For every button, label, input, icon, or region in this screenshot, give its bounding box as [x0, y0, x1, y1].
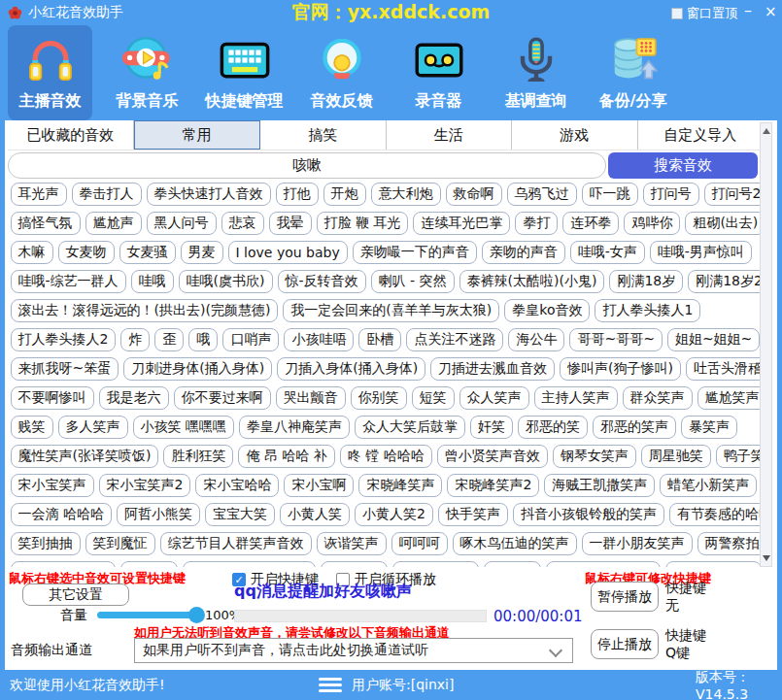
tab-item-4[interactable]: 游戏: [512, 120, 638, 150]
sound-button[interactable]: 悲哀: [221, 212, 264, 235]
tab-item-0[interactable]: 已收藏的音效: [8, 120, 134, 150]
sound-button[interactable]: 曾小贤笑声音效: [437, 445, 548, 468]
sound-button[interactable]: 哇哦-男声惊叫: [650, 241, 752, 264]
sound-button[interactable]: I love you baby: [228, 241, 348, 264]
sound-button[interactable]: 钢琴女笑声: [553, 445, 636, 468]
sound-button[interactable]: 宋晓峰笑声: [358, 474, 442, 497]
sound-button[interactable]: 周星驰笑: [641, 445, 711, 468]
sound-button[interactable]: 胜利狂笑: [163, 445, 233, 468]
sound-button[interactable]: 吓一跳: [582, 183, 638, 206]
sound-button[interactable]: 喇叭 - 突然: [371, 270, 455, 293]
tab-item-2[interactable]: 搞笑: [260, 120, 387, 150]
sound-button[interactable]: 一会滴 哈哈哈: [11, 503, 112, 526]
sound-button[interactable]: 我晕: [269, 212, 312, 235]
pause-button[interactable]: 暂停播放: [591, 582, 659, 612]
tab-item-1[interactable]: 常用: [134, 120, 261, 150]
sound-button[interactable]: 拳皇八神庵笑声: [239, 416, 350, 439]
sound-button[interactable]: 泰裤辣(太酷啦)(小鬼): [459, 270, 605, 293]
toolbar-item-backup-database[interactable]: 备份/分享: [591, 25, 675, 120]
sound-button[interactable]: 姐姐~姐姐~: [667, 328, 760, 351]
sound-button[interactable]: 啄木鸟伍迪的笑声: [453, 532, 577, 555]
sound-button[interactable]: 小黄人笑: [280, 503, 350, 526]
sound-button[interactable]: 耳光声: [11, 183, 67, 206]
sound-button[interactable]: 刀刺进身体(捅入身体): [123, 357, 272, 381]
sound-button[interactable]: 邪恶的笑: [518, 416, 588, 439]
toolbar-item-feedback-bowl[interactable]: 音效反馈: [299, 25, 384, 120]
menu-icon[interactable]: [319, 678, 342, 692]
sound-button[interactable]: 呵呵呵: [391, 532, 448, 555]
sound-button[interactable]: 奸笑: [470, 416, 513, 439]
sound-button[interactable]: 点关注不迷路: [406, 328, 503, 351]
sound-button[interactable]: 综艺节目人群笑声音效: [160, 532, 312, 555]
sound-button[interactable]: 打脸 鞭 耳光: [317, 212, 409, 235]
sound-button[interactable]: 我一定会回来的(喜羊羊与灰太狼): [283, 299, 499, 322]
sound-button[interactable]: 贱笑: [11, 416, 53, 439]
sound-button[interactable]: 哥哥~哥哥~: [569, 328, 662, 351]
sound-button[interactable]: 不要啊惨叫: [11, 386, 94, 410]
sound-button[interactable]: 打他: [276, 183, 319, 206]
scroll-down-icon[interactable]: [763, 555, 770, 561]
sound-button[interactable]: 女麦吻: [58, 241, 115, 264]
sound-button[interactable]: 打问号2: [704, 183, 765, 206]
close-icon[interactable]: ×: [765, 3, 777, 20]
sound-button[interactable]: 打人拳头揍人2: [11, 328, 117, 351]
sound-button[interactable]: 尴尬笑声: [697, 386, 765, 410]
sound-button[interactable]: 蜡笔小新笑声: [660, 474, 757, 497]
sound-button[interactable]: 刚满18岁: [609, 270, 683, 293]
sound-button[interactable]: 众人大笑后鼓掌: [355, 416, 465, 439]
sound-button[interactable]: 连续耳光巴掌: [413, 212, 510, 235]
sound-button[interactable]: 群众笑声: [623, 386, 693, 410]
sound-button[interactable]: 海公牛: [508, 328, 564, 351]
sound-button[interactable]: 滚出去！滚得远远的！(拱出去)(完颜慧德): [11, 299, 279, 322]
minimize-icon[interactable]: –: [744, 1, 752, 19]
sound-button[interactable]: 连环拳: [562, 212, 619, 235]
sound-button[interactable]: 宋晓峰笑声2: [447, 474, 539, 497]
toolbar-item-cassette[interactable]: 录音器: [396, 25, 481, 120]
sound-button[interactable]: 笑到抽抽: [11, 532, 81, 555]
sound-button[interactable]: 意大利炮: [371, 183, 441, 206]
sound-button[interactable]: 拳打: [515, 212, 558, 235]
sound-button[interactable]: 笑到魔怔: [85, 532, 155, 555]
sound-button[interactable]: 宋小宝笑声: [11, 474, 94, 497]
sound-button[interactable]: 暴笑声: [681, 416, 737, 439]
sound-button[interactable]: 黑人问号: [147, 212, 217, 235]
sound-button[interactable]: 快手笑声: [438, 503, 508, 526]
sound-button[interactable]: 来抓我呀~笨蛋: [11, 357, 119, 381]
sound-button[interactable]: 诙谐笑声: [317, 532, 387, 555]
sound-button[interactable]: 惨叫声(狗子惨叫): [560, 357, 681, 381]
pin-window-checkbox[interactable]: [671, 8, 683, 19]
sound-button[interactable]: 一群小朋友笑声: [582, 532, 693, 555]
sound-button[interactable]: 宋小宝哈哈: [195, 474, 279, 497]
tab-item-3[interactable]: 生活: [387, 120, 513, 150]
sound-button[interactable]: 口哨声: [222, 328, 279, 351]
sound-button[interactable]: 女麦骚: [119, 241, 176, 264]
grid-scrollbar[interactable]: [760, 122, 772, 567]
sound-button[interactable]: 惊-反转音效: [278, 270, 366, 293]
search-input[interactable]: [8, 152, 606, 179]
sound-button[interactable]: 宋小宝啊: [284, 474, 354, 497]
sound-button[interactable]: 搞怪气氛: [11, 212, 81, 235]
sound-button[interactable]: 炸: [120, 328, 150, 351]
search-button[interactable]: 搜索音效: [608, 152, 758, 179]
sound-button[interactable]: 海贼王凯撒笑声: [544, 474, 655, 497]
sound-button[interactable]: 阿哲小熊笑: [117, 503, 200, 526]
sound-button[interactable]: 打问号: [643, 183, 699, 206]
sound-button[interactable]: 卧槽: [358, 328, 401, 351]
sound-button[interactable]: 打人拳头揍人1: [595, 299, 700, 322]
volume-slider[interactable]: [97, 612, 196, 618]
sound-button[interactable]: 小孩笑 嘿嘿嘿: [133, 416, 234, 439]
sound-button[interactable]: 拳皇ko音效: [504, 299, 590, 322]
sound-button[interactable]: 拳击打人: [72, 183, 142, 206]
sound-button[interactable]: 俺 昂 哈哈 补: [238, 445, 334, 468]
sound-button[interactable]: 刚满18岁2: [688, 270, 764, 293]
sound-button[interactable]: 开炮: [323, 183, 366, 206]
sound-button[interactable]: 亲吻的声音: [482, 241, 565, 264]
toolbar-item-keyboard[interactable]: 快捷键管理: [202, 25, 287, 120]
sound-button[interactable]: 哦: [188, 328, 218, 351]
sound-button[interactable]: 宋小宝笑声2: [99, 474, 191, 497]
sound-button[interactable]: 乌鸦飞过: [507, 183, 577, 206]
tab-item-5[interactable]: 自定义导入: [638, 120, 764, 150]
toolbar-item-headphones[interactable]: 主播音效: [8, 25, 92, 120]
sound-button[interactable]: 你不要过来啊: [174, 386, 271, 410]
sound-button[interactable]: 抖音小孩银铃般的笑声: [513, 503, 664, 526]
